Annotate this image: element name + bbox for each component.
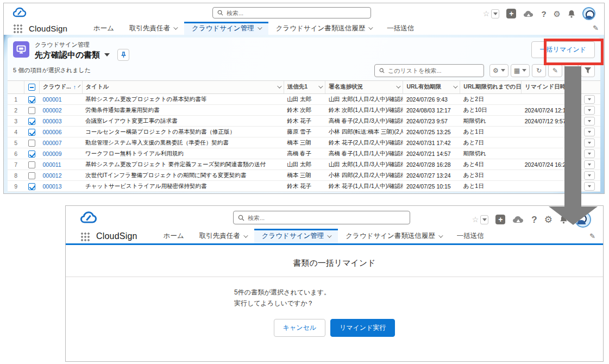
bulk-remind-button[interactable]: 一括リマインド [531, 41, 595, 58]
trailhead-icon[interactable] [512, 215, 524, 224]
nav-tab-1[interactable]: 取引先責任者 [122, 22, 184, 35]
doc-number-link[interactable]: 000006 [42, 129, 61, 135]
progress-header[interactable]: 署名進捗状況 [325, 81, 403, 94]
row-checkbox[interactable] [28, 172, 35, 179]
pin-list-button[interactable] [117, 49, 129, 61]
row-checkbox[interactable] [28, 107, 35, 114]
nav-tab-0[interactable]: ホーム [156, 229, 192, 243]
navigation-bar: CloudSign ホーム取引先責任者クラウドサイン管理クラウドサイン書類送信履… [4, 22, 604, 35]
global-search-input[interactable] [227, 10, 366, 16]
doc-title-cell: 基幹システム更改プロジェクトの基本契約書等 [82, 94, 284, 105]
recipient-header[interactable]: 送信先1 [284, 81, 325, 94]
row-actions-cell [579, 148, 600, 159]
row-checkbox[interactable] [28, 140, 35, 147]
select-all-checkbox[interactable] [28, 84, 35, 91]
progress-cell: 鈴木 花子(1人目/1人中)/確認待ち [325, 181, 403, 192]
help-icon[interactable]: ? [531, 215, 537, 224]
global-search-box[interactable] [233, 211, 410, 224]
user-avatar[interactable] [582, 7, 595, 20]
list-settings-button[interactable]: ⚙ [489, 64, 508, 77]
cancel-button[interactable]: キャンセル [274, 319, 325, 337]
doc-number-link[interactable]: 000002 [42, 107, 61, 114]
doc-title-cell: 基幹システム更改プロジェクト 要件定義フェーズ契約関連書類の送付 [82, 159, 284, 170]
edit-page-pencil-icon[interactable]: ✎ [593, 24, 599, 32]
url-expiry-header[interactable]: URL有効期限 [403, 81, 460, 94]
nav-tab-3[interactable]: クラウドサイン書類送信履歴 [338, 229, 449, 243]
help-icon[interactable]: ? [541, 10, 546, 18]
doc-number-link[interactable]: 000001 [42, 96, 61, 103]
row-actions-button[interactable] [584, 128, 595, 136]
edit-page-pencil-icon[interactable]: ✎ [589, 232, 595, 240]
column-label: クラウド... [43, 83, 71, 91]
app-launcher-icon[interactable] [12, 23, 22, 33]
days-left-header[interactable]: URL期限切れまでの日数 [460, 81, 522, 94]
caret-down-icon [588, 174, 591, 177]
favorite-star-icon[interactable]: ☆ [472, 216, 479, 223]
nav-tab-2[interactable]: クラウドサイン管理 [254, 229, 338, 243]
favorites-caret-button[interactable] [480, 215, 488, 224]
tab-label: クラウドサイン書類送信履歴 [346, 231, 435, 241]
doc-number-link[interactable]: 000003 [42, 118, 61, 124]
nav-tab-2[interactable]: クラウドサイン管理 [184, 22, 268, 35]
row-actions-cell [579, 127, 600, 137]
recipient-cell: 橋本 三朗 [284, 170, 325, 181]
caret-down-icon [501, 69, 505, 72]
nav-tab-0[interactable]: ホーム [86, 22, 122, 35]
recipient-cell: 鈴木 花子 [284, 181, 325, 192]
row-actions-button[interactable] [584, 160, 595, 169]
global-search-box[interactable] [212, 7, 371, 18]
row-actions-button[interactable] [584, 117, 595, 125]
tab-label: クラウドサイン管理 [262, 231, 324, 241]
global-search-input[interactable] [248, 215, 405, 221]
row-actions-button[interactable] [584, 171, 595, 180]
doc-number-link[interactable]: 000011 [42, 161, 61, 168]
row-actions-button[interactable] [584, 149, 595, 158]
row-actions-button[interactable] [584, 182, 595, 191]
row-actions-button[interactable] [584, 106, 595, 115]
row-checkbox[interactable] [28, 183, 35, 190]
favorites-caret-button[interactable] [491, 9, 499, 18]
table-row: 9000013チャットサービストライアル用秘密保持契約書鈴木 花子鈴木 花子(1… [8, 181, 600, 192]
row-number: 8 [8, 170, 24, 181]
row-actions-cell [579, 137, 600, 148]
notifications-bell-icon[interactable] [568, 10, 575, 18]
title-header[interactable]: タイトル [82, 81, 284, 94]
doc-number-header[interactable]: クラウド...↑ [39, 81, 82, 94]
row-checkbox[interactable] [28, 150, 35, 158]
row-checkbox[interactable] [28, 96, 35, 103]
nav-tab-1[interactable]: 取引先責任者 [192, 229, 254, 243]
nav-tab-4[interactable]: 一括送信 [379, 22, 422, 35]
global-add-button[interactable]: + [495, 215, 505, 224]
trailhead-icon[interactable] [523, 10, 534, 18]
favorite-star-icon[interactable]: ☆ [483, 10, 490, 17]
view-selector-caret-icon[interactable] [104, 53, 110, 57]
row-actions-button[interactable] [584, 95, 595, 104]
sort-ascending-icon: ↑ [73, 84, 76, 90]
doc-number-link[interactable]: 000009 [42, 150, 61, 157]
doc-number-link[interactable]: 000013 [42, 183, 61, 190]
column-label: リマインド日時 [525, 83, 566, 91]
list-search-input[interactable] [388, 67, 479, 74]
progress-cell: 小林 四郎(転送:橋本 三朗)(2人目/3人中)/確認待ち [325, 127, 403, 137]
recipient-cell: 橋本 三朗 [284, 137, 325, 148]
row-actions-button[interactable] [584, 139, 595, 147]
row-checkbox[interactable] [28, 161, 35, 168]
inline-edit-button[interactable]: ✎ [548, 64, 562, 77]
tab-label: 取引先責任者 [199, 231, 240, 241]
row-checkbox[interactable] [28, 118, 35, 125]
chevron-down-icon [397, 84, 401, 89]
nav-tab-4[interactable]: 一括送信 [449, 229, 492, 243]
global-add-button[interactable]: + [506, 9, 516, 18]
doc-number-link[interactable]: 000012 [42, 172, 61, 179]
display-as-button[interactable]: ▦ [511, 64, 530, 77]
doc-title-cell: 勤怠管理システム導入支援の業務委託（準委任）契約書 [82, 137, 284, 148]
refresh-button[interactable]: ↻ [532, 64, 546, 77]
setup-gear-icon[interactable]: ⚙ [554, 10, 561, 18]
nav-tab-3[interactable]: クラウドサイン書類送信履歴 [268, 22, 380, 35]
list-search-box[interactable] [374, 64, 484, 77]
remind-execute-button[interactable]: リマインド実行 [330, 319, 395, 337]
doc-number-link[interactable]: 000007 [42, 140, 61, 146]
row-checkbox[interactable] [28, 129, 35, 136]
filter-button[interactable] [581, 64, 595, 77]
app-launcher-icon[interactable] [80, 231, 90, 241]
